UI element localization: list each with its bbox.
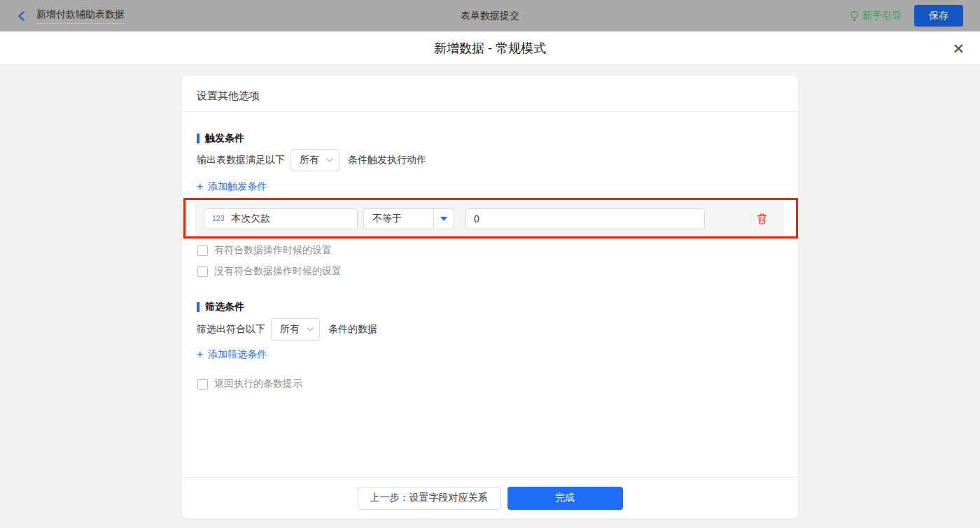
chevron-down-icon: [326, 158, 333, 162]
previous-step-button[interactable]: 上一步：设置字段对应关系: [358, 487, 500, 510]
close-icon[interactable]: ✕: [952, 41, 965, 55]
form-name-title[interactable]: 新增付款辅助表数据: [36, 8, 125, 24]
card-title: 设置其他选项: [197, 90, 260, 103]
no-matching-data-label: 没有符合数据操作时候的设置: [214, 265, 342, 278]
trigger-condition-row: 123 本次欠款 不等于: [195, 201, 784, 236]
plus-icon: +: [197, 349, 203, 360]
number-field-type-icon: 123: [212, 215, 225, 222]
checkbox-unchecked[interactable]: [197, 379, 208, 390]
save-button[interactable]: 保存: [914, 5, 963, 27]
filter-section-heading: 筛选条件: [197, 301, 244, 313]
condition-value-input[interactable]: [465, 208, 705, 229]
caret-down-icon: [440, 217, 447, 221]
checkbox-unchecked[interactable]: [197, 245, 208, 256]
plus-icon: +: [197, 181, 203, 192]
options-settings-card: 设置其他选项 触发条件 输出表数据满足以下 所有 条件触发执行动作 + 添加触发…: [182, 76, 798, 518]
filter-section-label: 筛选条件: [205, 301, 244, 313]
beginner-guide-link[interactable]: 新手引导: [850, 10, 902, 22]
lightbulb-icon: [850, 10, 859, 22]
trigger-section-heading: 触发条件: [197, 132, 244, 145]
trigger-match-mode-value: 所有: [300, 154, 319, 166]
finish-button[interactable]: 完成: [507, 487, 623, 510]
condition-field-name: 本次欠款: [231, 213, 270, 225]
condition-field-select[interactable]: 123 本次欠款: [204, 208, 358, 229]
top-bar: 新增付款辅助表数据 表单数据提交 新手引导 保存: [0, 0, 980, 31]
dialog-header: 新增数据 - 常规模式 ✕: [0, 31, 980, 65]
add-filter-condition-label: 添加筛选条件: [208, 348, 267, 361]
card-footer: 上一步：设置字段对应关系 完成: [182, 477, 798, 518]
section-accent-bar: [197, 302, 200, 312]
trash-icon: [757, 213, 767, 224]
return-count-tip-label: 返回执行的条数提示: [214, 378, 302, 390]
trigger-sentence-prefix: 输出表数据满足以下: [197, 154, 285, 166]
trigger-section-label: 触发条件: [205, 132, 244, 145]
filter-sentence-prefix: 筛选出符合以下: [197, 323, 265, 336]
back-navigation[interactable]: 新增付款辅助表数据: [17, 8, 125, 24]
add-trigger-condition-link[interactable]: + 添加触发条件: [197, 180, 267, 193]
has-matching-data-label: 有符合数据操作时候的设置: [214, 244, 332, 257]
topbar-actions: 新手引导 保存: [850, 5, 963, 27]
card-title-divider: [182, 111, 798, 112]
filter-match-mode-value: 所有: [280, 323, 300, 336]
condition-operator-select[interactable]: 不等于: [363, 208, 454, 229]
beginner-guide-label: 新手引导: [862, 10, 902, 22]
dialog-title: 新增数据 - 常规模式: [434, 40, 546, 57]
add-trigger-condition-label: 添加触发条件: [208, 180, 267, 193]
add-filter-condition-link[interactable]: + 添加筛选条件: [197, 348, 267, 361]
trigger-sentence-suffix: 条件触发执行动作: [348, 154, 426, 166]
section-accent-bar: [197, 134, 200, 143]
trigger-match-mode-select[interactable]: 所有: [290, 149, 340, 171]
trigger-match-sentence: 输出表数据满足以下 所有 条件触发执行动作: [197, 148, 426, 171]
checkbox-unchecked[interactable]: [197, 266, 208, 277]
no-matching-data-checkbox-row[interactable]: 没有符合数据操作时候的设置: [197, 265, 342, 278]
filter-match-mode-select[interactable]: 所有: [271, 318, 320, 341]
back-chevron-icon[interactable]: [17, 11, 27, 21]
filter-sentence-suffix: 条件的数据: [328, 323, 377, 336]
operator-dropdown-toggle[interactable]: [433, 209, 454, 229]
has-matching-data-checkbox-row[interactable]: 有符合数据操作时候的设置: [197, 244, 332, 257]
chevron-down-icon: [307, 327, 314, 331]
delete-condition-button[interactable]: [757, 213, 767, 224]
filter-match-sentence: 筛选出符合以下 所有 条件的数据: [197, 317, 377, 341]
page-title: 表单数据提交: [0, 0, 980, 31]
return-count-tip-checkbox-row[interactable]: 返回执行的条数提示: [197, 378, 302, 390]
condition-operator-value: 不等于: [364, 209, 433, 229]
